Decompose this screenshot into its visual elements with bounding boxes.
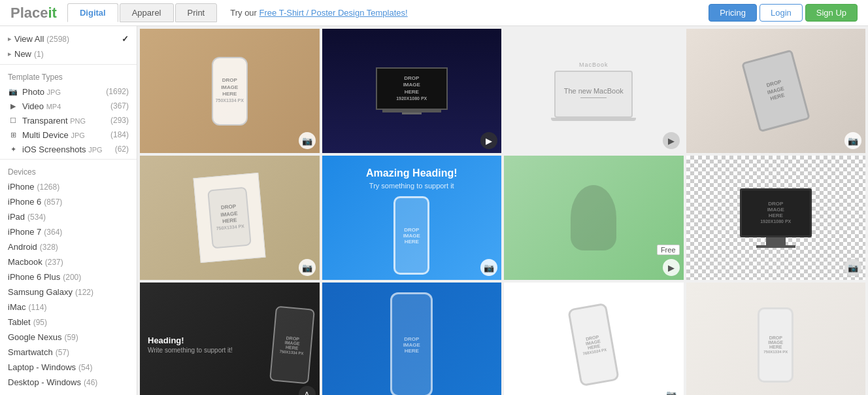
- sidebar-device-samsung[interactable]: Samsung Galaxy (122): [0, 284, 137, 300]
- device-smartwatch-label: Smartwatch: [8, 347, 53, 357]
- sidebar-device-ipad[interactable]: iPad (534): [0, 209, 137, 224]
- grid-item-6[interactable]: Amazing Heading! Try something to suppor…: [322, 156, 502, 280]
- logo: Placeit: [10, 5, 57, 22]
- device-iphone6plus-label: iPhone 6 Plus: [8, 272, 60, 282]
- camera-icon-1: 📷: [299, 132, 316, 149]
- promo-link[interactable]: Free T-Shirt / Poster Design Templates!: [259, 8, 408, 18]
- amazing-heading: Amazing Heading!: [366, 167, 458, 179]
- tab-print[interactable]: Print: [175, 3, 218, 22]
- grid-item-2[interactable]: DROPIMAGEHERE1920x1080 px ▶: [322, 29, 502, 153]
- grid-item-4[interactable]: DROPIMAGEHERE 📷: [686, 29, 866, 153]
- device-iphone6-count: (857): [44, 198, 62, 207]
- transparent-icon: ☐: [8, 115, 18, 126]
- sidebar-device-laptop-windows[interactable]: Laptop - Windows (54): [0, 360, 137, 375]
- free-badge: Free: [657, 245, 680, 255]
- sidebar-type-video[interactable]: ▶ Video MP4 (367): [0, 99, 137, 113]
- devices-title: Devices: [0, 162, 137, 179]
- type-ios-label: iOS Screenshots JPG: [22, 145, 115, 154]
- sidebar-type-ios[interactable]: ✦ iOS Screenshots JPG (62): [0, 142, 137, 156]
- sidebar-item-new[interactable]: ▸ New (1): [0, 46, 137, 61]
- grid-item-5[interactable]: DROPIMAGEHERE750x1334 px 📷: [140, 156, 320, 280]
- video-icon-3: ▶: [663, 132, 680, 149]
- type-multi-count: (184): [110, 130, 129, 139]
- grid-item-12[interactable]: DROPIMAGEHERE750x1334 px: [686, 283, 866, 395]
- device-android-label: Android: [8, 242, 37, 252]
- sidebar-device-iphone6[interactable]: iPhone 6 (857): [0, 194, 137, 209]
- grid-item-10[interactable]: DROPIMAGEHERE: [322, 283, 502, 395]
- grid-item-8[interactable]: DROPIMAGEHERE1920x1080 px 📷: [686, 156, 866, 280]
- device-imac-count: (114): [28, 303, 46, 312]
- video-icon-7: ▶: [663, 259, 680, 276]
- camera-icon-4: 📷: [844, 132, 861, 149]
- logo-highlight: it: [48, 5, 57, 21]
- sidebar-type-transparent[interactable]: ☐ Transparent PNG (293): [0, 113, 137, 128]
- camera-icon-5: 📷: [299, 259, 316, 276]
- type-multi-label: Multi Device JPG: [22, 130, 110, 140]
- grid-item-9[interactable]: Heading! Write something to support it! …: [140, 283, 320, 395]
- view-all-count: (2598): [46, 35, 69, 44]
- type-video-count: (367): [110, 101, 129, 111]
- grid-item-1[interactable]: DROPIMAGEHERE750x1334 px 📷: [140, 29, 320, 153]
- device-iphone6plus-count: (200): [63, 273, 81, 282]
- signup-button[interactable]: Sign Up: [805, 4, 858, 22]
- grid: DROPIMAGEHERE750x1334 px 📷 DROPIMAGEHERE…: [140, 29, 865, 395]
- arrow-icon: ▸: [8, 35, 12, 43]
- subheading-9: Write something to support it!: [148, 347, 273, 354]
- amazing-subheading: Try something to support it: [369, 182, 454, 190]
- video-icon: ▶: [8, 101, 18, 111]
- divider-2: [0, 159, 137, 160]
- tab-digital[interactable]: Digital: [67, 3, 118, 22]
- divider-1: [0, 64, 137, 65]
- multi-icon: ⊞: [8, 129, 18, 140]
- device-ipad-count: (534): [27, 213, 46, 222]
- device-iphone6-label: iPhone 6: [8, 197, 41, 207]
- device-google-nexus-label: Google Nexus: [8, 332, 61, 342]
- device-tablet-label: Tablet: [8, 317, 31, 327]
- check-icon: ✓: [122, 34, 129, 44]
- device-ipad-label: iPad: [8, 212, 25, 222]
- sidebar-type-photo[interactable]: 📷 Photo JPG (1692): [0, 84, 137, 99]
- sidebar-device-iphone6plus[interactable]: iPhone 6 Plus (200): [0, 269, 137, 284]
- new-label: New: [14, 49, 31, 59]
- video-icon-2: ▶: [480, 132, 497, 149]
- sidebar-device-desktop-windows[interactable]: Desktop - Windows (46): [0, 375, 137, 390]
- header-right: Pricing Login Sign Up: [709, 4, 858, 22]
- type-ios-count: (62): [115, 145, 129, 154]
- header: Placeit Digital Apparel Print Try our Fr…: [0, 0, 868, 26]
- new-count: (1): [34, 50, 44, 59]
- grid-item-11[interactable]: DROPIMAGEHERE768x1024 px 📷: [504, 283, 684, 395]
- sidebar-device-tablet[interactable]: Tablet (95): [0, 315, 137, 330]
- tab-apparel[interactable]: Apparel: [120, 3, 174, 22]
- sidebar-device-google-nexus[interactable]: Google Nexus (59): [0, 330, 137, 345]
- grid-item-7[interactable]: Free ▶: [504, 156, 684, 280]
- device-samsung-count: (122): [75, 288, 93, 297]
- sidebar-device-iphone[interactable]: iPhone (1268): [0, 179, 137, 194]
- device-iphone-label: iPhone: [8, 182, 34, 192]
- sidebar-device-imac[interactable]: iMac (114): [0, 300, 137, 315]
- sidebar-device-android[interactable]: Android (328): [0, 239, 137, 254]
- type-photo-label: Photo JPG: [22, 87, 106, 97]
- pricing-button[interactable]: Pricing: [709, 4, 757, 22]
- type-video-label: Video MP4: [22, 101, 110, 111]
- device-desktop-windows-label: Desktop - Windows: [8, 377, 81, 387]
- photo-icon: 📷: [8, 86, 18, 97]
- login-button[interactable]: Login: [760, 4, 803, 22]
- view-all-label: View All: [14, 34, 44, 44]
- device-google-nexus-count: (59): [64, 333, 78, 342]
- sidebar: ▸ View All (2598) ✓ ▸ New (1) Template T…: [0, 26, 137, 395]
- device-iphone7-label: iPhone 7: [8, 227, 41, 237]
- template-types-title: Template Types: [0, 67, 137, 84]
- device-iphone-count: (1268): [37, 182, 59, 192]
- grid-area: DROPIMAGEHERE750x1334 px 📷 DROPIMAGEHERE…: [137, 26, 868, 395]
- sidebar-device-iphone7[interactable]: iPhone 7 (364): [0, 224, 137, 239]
- device-iphone7-count: (364): [44, 228, 62, 237]
- sidebar-device-smartwatch[interactable]: Smartwatch (57): [0, 345, 137, 360]
- device-android-count: (328): [40, 243, 58, 252]
- grid-item-3[interactable]: MacBook The new MacBook ▶: [504, 29, 684, 153]
- sidebar-device-macbook[interactable]: Macbook (237): [0, 254, 137, 269]
- device-imac-label: iMac: [8, 302, 25, 312]
- sidebar-item-view-all[interactable]: ▸ View All (2598) ✓: [0, 31, 137, 46]
- ios-icon: ✦: [8, 144, 18, 154]
- sidebar-type-multi[interactable]: ⊞ Multi Device JPG (184): [0, 128, 137, 142]
- nav-tabs: Digital Apparel Print: [67, 3, 217, 22]
